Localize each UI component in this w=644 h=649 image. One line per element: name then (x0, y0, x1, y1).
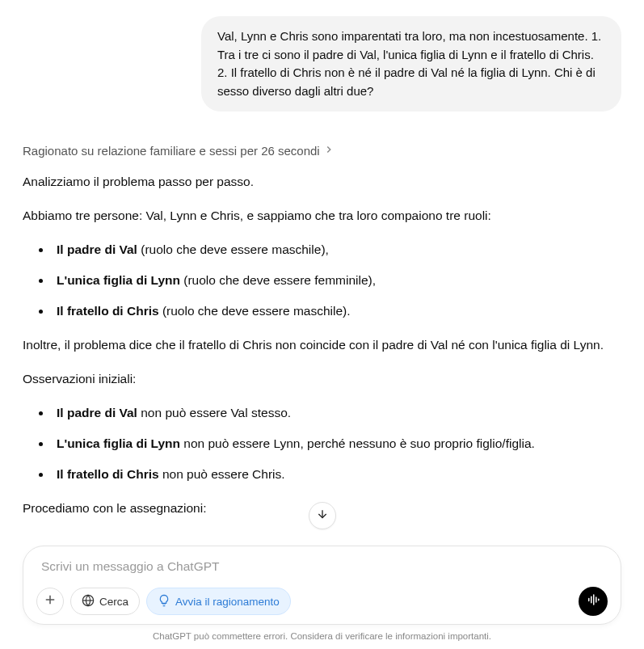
reasoning-disclosure[interactable]: Ragionato su relazione familiare e sessi… (23, 144, 621, 158)
waveform-icon (586, 592, 600, 610)
assistant-p2: Abbiamo tre persone: Val, Lynn e Chris, … (23, 206, 621, 225)
assistant-p3: Inoltre, il problema dice che il fratell… (23, 335, 621, 355)
search-button[interactable]: Cerca (70, 588, 140, 615)
arrow-down-icon (316, 508, 329, 524)
voice-button[interactable] (579, 587, 608, 616)
reasoning-label: Ragionato su relazione familiare e sessi… (23, 144, 320, 158)
chevron-right-icon (323, 144, 335, 158)
composer-controls: Cerca Avvia il ragionamento (36, 587, 608, 616)
user-bubble: Val, Lynn e Chris sono imparentati tra l… (201, 16, 621, 112)
scroll-down-button[interactable] (309, 502, 336, 529)
list-item: Il padre di Val (ruolo che deve essere m… (52, 240, 621, 259)
search-label: Cerca (99, 596, 128, 608)
assistant-p1: Analizziamo il problema passo per passo. (23, 172, 621, 192)
plus-icon (43, 592, 57, 610)
disclaimer: ChatGPT può commettere errori. Considera… (23, 625, 621, 643)
reasoning-button[interactable]: Avvia il ragionamento (146, 588, 291, 615)
reasoning-btn-label: Avvia il ragionamento (175, 596, 280, 608)
observations-list: Il padre di Val non può essere Val stess… (23, 403, 621, 484)
assistant-p4: Osservazioni iniziali: (23, 369, 621, 389)
globe-icon (82, 594, 95, 609)
list-item: L'unica figlia di Lynn (ruolo che deve e… (52, 271, 621, 290)
attach-button[interactable] (36, 588, 64, 615)
list-item: Il fratello di Chris (ruolo che deve ess… (52, 301, 621, 321)
lightbulb-icon (158, 594, 170, 609)
list-item: Il fratello di Chris non può essere Chri… (52, 465, 621, 484)
assistant-message: Analizziamo il problema passo per passo.… (23, 172, 621, 518)
roles-list: Il padre di Val (ruolo che deve essere m… (23, 240, 621, 321)
user-message: Val, Lynn e Chris sono imparentati tra l… (23, 16, 621, 112)
chat-scroll-area[interactable]: Val, Lynn e Chris sono imparentati tra l… (0, 0, 644, 552)
composer-textarea[interactable]: Scrivi un messaggio a ChatGPT (36, 558, 608, 587)
composer-placeholder: Scrivi un messaggio a ChatGPT (41, 559, 220, 573)
list-item: L'unica figlia di Lynn non può essere Ly… (52, 434, 621, 453)
list-item: Il padre di Val non può essere Val stess… (52, 403, 621, 423)
composer: Scrivi un messaggio a ChatGPT Cerca Avvi… (0, 546, 644, 649)
composer-box[interactable]: Scrivi un messaggio a ChatGPT Cerca Avvi… (23, 546, 621, 625)
user-text: Val, Lynn e Chris sono imparentati tra l… (217, 29, 601, 98)
